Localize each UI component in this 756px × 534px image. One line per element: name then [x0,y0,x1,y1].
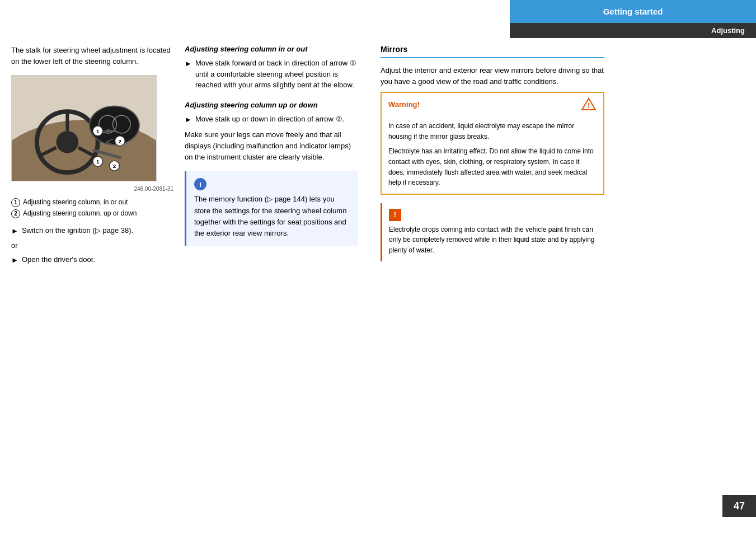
svg-point-7 [90,106,139,144]
legend-num-2: 2 [11,209,20,218]
bullet-item-ignition: ► Switch on the ignition (▷ page 38). [11,225,173,237]
page-number: 47 [722,495,756,517]
car-image: 1 1 2 2 [11,75,157,181]
bullet-text-ignition: Switch on the ignition (▷ page 38). [22,225,133,236]
warning-header: Warning! ! [382,93,603,115]
main-content: The stalk for steering wheel adjustment … [0,0,756,281]
info-box-header: i [194,178,350,190]
warning-para-2: Electrolyte has an irritating effect. Do… [388,146,597,188]
header-area: Getting started Adjusting [510,0,756,38]
caution-box: ! Electrolyte drops coming into contact … [381,203,604,261]
legend-item-2: 2 Adjusting steering column, up or down [11,209,173,218]
mirrors-divider [381,57,604,58]
section1-bullet: ► Move stalk forward or back in directio… [185,58,358,91]
section2-body-text: Make sure your legs can move freely and … [185,129,358,163]
right-column: Mirrors Adjust the interior and exterior… [369,45,604,270]
caution-icon: ! [389,209,401,221]
legend-num-1: 1 [11,198,20,207]
warning-label: Warning! [388,100,420,109]
bullet-arrow-1: ► [11,226,18,237]
legend-item-1: 1 Adjusting steering column, in or out [11,198,173,207]
legend-text-1: Adjusting steering column, in or out [23,198,128,207]
section2-bullet: ► Move stalk up or down in direction of … [185,114,358,125]
section2-bullet-text: Move stalk up or down in direction of ar… [195,114,344,125]
left-column: The stalk for steering wheel adjustment … [11,45,173,270]
or-text: or [11,241,173,250]
bullet-arrow-2: ► [11,255,18,266]
caution-body-text: Electrolyte drops coming into contact wi… [389,224,598,256]
warning-box: Warning! ! In case of an accident, liqui… [381,92,604,195]
middle-column: Adjusting steering column in or out ► Mo… [185,45,358,270]
info-box-text: The memory function (▷ page 144) lets yo… [194,194,350,239]
warning-para-1: In case of an accident, liquid electroly… [388,121,597,142]
mirrors-heading: Mirrors [381,45,604,54]
section2-heading: Adjusting steering column up or down [185,101,358,109]
section1-bullet-text: Move stalk forward or back in direction … [195,58,358,91]
svg-text:1: 1 [96,128,100,134]
svg-text:2: 2 [119,138,122,144]
bullet-text-door: Open the driver's door. [22,254,95,265]
info-icon: i [194,178,206,190]
section1-heading: Adjusting steering column in or out [185,45,358,53]
info-box: i The memory function (▷ page 144) lets … [185,171,358,246]
legend-text-2: Adjusting steering column, up or down [23,209,137,218]
warning-triangle-icon: ! [581,97,597,111]
warning-body: In case of an accident, liquid electroly… [382,115,603,194]
image-label: 246.00-2081-31 [11,186,173,192]
svg-text:2: 2 [113,163,116,169]
bullet-arrow-4: ► [185,114,192,125]
header-getting-started: Getting started [510,0,756,23]
svg-text:1: 1 [96,158,100,165]
bullet-arrow-3: ► [185,58,192,69]
header-adjusting: Adjusting [510,23,756,38]
stalk-intro-text: The stalk for steering wheel adjustment … [11,45,173,67]
svg-text:!: ! [588,101,590,110]
mirrors-body-text: Adjust the interior and exterior rear vi… [381,65,604,87]
svg-point-3 [57,131,79,153]
caution-header: ! [389,209,598,221]
bullet-item-door: ► Open the driver's door. [11,254,173,266]
